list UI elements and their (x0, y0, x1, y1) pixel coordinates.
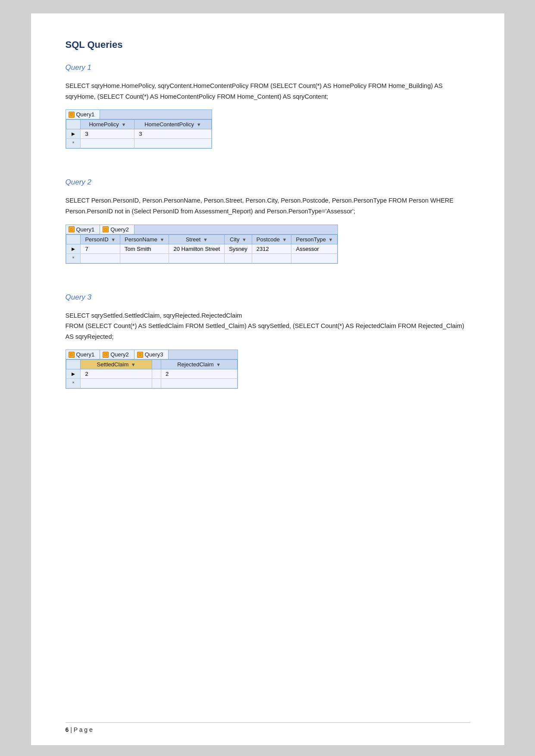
query3-tab2-icon: □ (103, 352, 109, 358)
q3-col-rejectedclaim: RejectedClaim ▼ (161, 360, 237, 369)
query-2-text: SELECT Person.PersonID, Person.PersonNam… (66, 195, 470, 216)
query-1-section: Query 1 SELECT sqryHome.HomePolicy, sqry… (66, 63, 470, 162)
q3-row1-rejectedclaim: 2 (161, 369, 237, 379)
tab-query2-q2[interactable]: □ Query2 (100, 225, 135, 234)
q2-newrow-persontype (291, 253, 338, 263)
query-1-text: SELECT sqryHome.HomePolicy, sqryContent.… (66, 81, 470, 102)
q3-col-settledclaim: SettledClaim ▼ (81, 360, 152, 369)
table-row: ► 7 Tom Smith 20 Hamilton Street Sysney … (66, 244, 338, 253)
query-2-result: □ Query1 □ Query2 PersonID ▼ PersonName … (66, 225, 338, 264)
q2-row1-personname: Tom Smith (120, 244, 169, 253)
q2-row1-persontype: Assessor (291, 244, 338, 253)
q2-row1-indicator: ► (66, 244, 81, 253)
q1-col-homepolicy: HomePolicy ▼ (81, 120, 135, 129)
q3-newrow-settledclaim (81, 379, 152, 388)
query-3-result: □ Query1 □ Query2 □ Query3 SettledClaim … (66, 350, 238, 389)
q2-newrow-personid (81, 253, 120, 263)
page-number: 6 (66, 726, 69, 733)
q2-row1-street: 20 Hamilton Street (169, 244, 225, 253)
q3-row1-sep (152, 369, 161, 379)
table-row: * (66, 379, 237, 388)
table-row: * (66, 253, 338, 263)
q2-col-persontype: PersonType ▼ (291, 234, 338, 244)
q1-row1-indicator: ► (66, 129, 81, 139)
q2-newrow-street (169, 253, 225, 263)
table-row: ► 3 3 (66, 129, 211, 139)
q3-col-sep (152, 360, 161, 369)
tab-query3-q2-label: Query2 (110, 351, 129, 358)
query-1-tab-bar: □ Query1 (66, 110, 212, 119)
query-1-result: □ Query1 HomePolicy ▼ HomeContentPolicy … (66, 109, 212, 149)
q2-col-personname: PersonName ▼ (120, 234, 169, 244)
q1-header-indicator (66, 120, 81, 129)
tab-query1-q1[interactable]: □ Query1 (66, 110, 100, 119)
query3-tab1-icon: □ (69, 352, 75, 358)
q1-newrow-homecontentpolicy (135, 139, 211, 148)
query-1-heading: Query 1 (66, 63, 470, 72)
tab-query3-q3-label: Query3 (145, 351, 163, 358)
q1-newrow-homepolicy (81, 139, 135, 148)
query1-tab-icon: □ (69, 112, 75, 118)
q2-header-indicator (66, 234, 81, 244)
table-row: ► 2 2 (66, 369, 237, 379)
q2-newrow-city (225, 253, 252, 263)
tab-query1-q1-label: Query1 (76, 111, 95, 118)
query-2-section: Query 2 SELECT Person.PersonID, Person.P… (66, 178, 470, 277)
q3-newrow-sep (152, 379, 161, 388)
query2-tab2-icon: □ (103, 226, 109, 232)
q1-row1-homepolicy: 3 (81, 129, 135, 139)
q2-row1-postcode: 2312 (252, 244, 291, 253)
page: SQL Queries Query 1 SELECT sqryHome.Home… (31, 13, 505, 746)
tab-query2-q2-label: Query2 (110, 226, 129, 233)
q1-row1-homecontentpolicy: 3 (135, 129, 211, 139)
query-3-section: Query 3 SELECT sqrySettled.SettledClaim,… (66, 293, 470, 403)
table-row: * (66, 139, 211, 148)
query-2-tab-bar: □ Query1 □ Query2 (66, 225, 338, 234)
q2-row1-city: Sysney (225, 244, 252, 253)
tab-query2-q1[interactable]: □ Query1 (66, 225, 100, 234)
q3-header-indicator (66, 360, 81, 369)
query-3-text: SELECT sqrySettled.SettledClaim, sqryRej… (66, 310, 470, 342)
q1-newrow-indicator: * (66, 139, 81, 148)
q1-col-homecontentpolicy: HomeContentPolicy ▼ (135, 120, 211, 129)
query2-tab1-icon: □ (69, 226, 75, 232)
page-label: | P a g e (70, 726, 93, 733)
q2-row1-personid: 7 (81, 244, 120, 253)
q2-col-postcode: Postcode ▼ (252, 234, 291, 244)
q2-newrow-personname (120, 253, 169, 263)
q3-row1-settledclaim: 2 (81, 369, 152, 379)
page-title: SQL Queries (66, 39, 470, 50)
page-footer: 6 | P a g e (66, 722, 470, 733)
query-2-table: PersonID ▼ PersonName ▼ Street ▼ City ▼ … (66, 234, 338, 263)
query-3-tab-bar: □ Query1 □ Query2 □ Query3 (66, 350, 238, 359)
tab-query2-q1-label: Query1 (76, 226, 95, 233)
q2-col-street: Street ▼ (169, 234, 225, 244)
q3-row1-indicator: ► (66, 369, 81, 379)
tab-query3-q1-label: Query1 (76, 351, 95, 358)
q2-col-city: City ▼ (225, 234, 252, 244)
query3-tab3-icon: □ (137, 352, 143, 358)
q3-newrow-indicator: * (66, 379, 81, 388)
q2-newrow-indicator: * (66, 253, 81, 263)
q2-col-personid: PersonID ▼ (81, 234, 120, 244)
q3-newrow-rejectedclaim (161, 379, 237, 388)
query-3-heading: Query 3 (66, 293, 470, 302)
query-2-heading: Query 2 (66, 178, 470, 187)
q2-newrow-postcode (252, 253, 291, 263)
query-1-table: HomePolicy ▼ HomeContentPolicy ▼ ► 3 3 * (66, 119, 212, 148)
tab-query3-q2[interactable]: □ Query2 (100, 350, 135, 359)
tab-query3-q1[interactable]: □ Query1 (66, 350, 100, 359)
query-3-table: SettledClaim ▼ RejectedClaim ▼ ► 2 2 * (66, 359, 238, 388)
tab-query3-q3[interactable]: □ Query3 (135, 350, 169, 359)
